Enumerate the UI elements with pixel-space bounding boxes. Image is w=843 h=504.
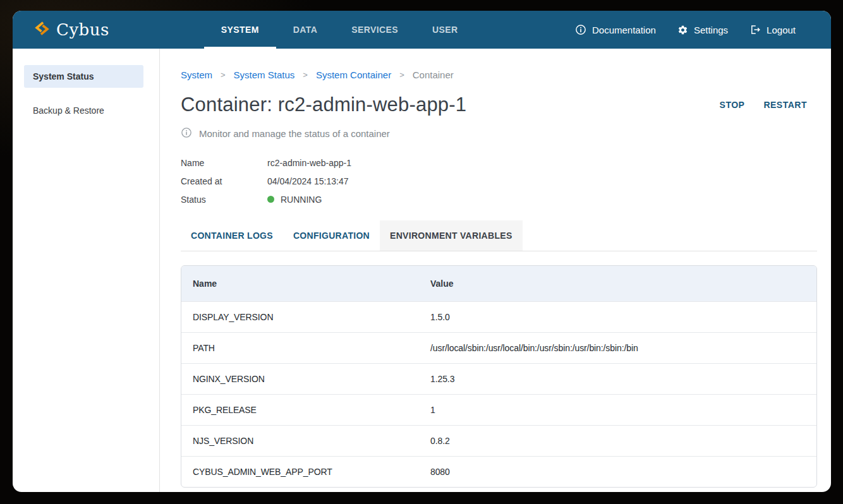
- env-value-cell: /usr/local/sbin:/usr/local/bin:/usr/sbin…: [419, 332, 816, 363]
- documentation-button[interactable]: Documentation: [575, 24, 656, 35]
- table-header-row: Name Value: [181, 266, 816, 301]
- page-subtitle: Monitor and manage the status of a conta…: [199, 128, 390, 139]
- info-circle-icon: [575, 24, 586, 35]
- main-nav: SYSTEM DATA SERVICES USER: [204, 11, 475, 49]
- column-header-value: Value: [419, 266, 816, 301]
- breadcrumb: System > System Status > System Containe…: [181, 69, 817, 80]
- table-row: NJS_VERSION 0.8.2: [181, 425, 816, 456]
- logout-button[interactable]: Logout: [749, 24, 796, 35]
- sidebar: System Status Backup & Restore: [13, 49, 160, 492]
- env-value-cell: 1: [419, 394, 816, 425]
- restart-button[interactable]: RESTART: [758, 96, 812, 114]
- breadcrumb-link-system[interactable]: System: [181, 69, 212, 80]
- breadcrumb-link-system-container[interactable]: System Container: [316, 69, 391, 80]
- env-name-cell: PATH: [181, 332, 419, 363]
- table-row: NGINX_VERSION 1.25.3: [181, 363, 816, 394]
- status-value: RUNNING: [267, 195, 322, 205]
- status-badge: RUNNING: [281, 195, 322, 205]
- gear-icon: [677, 25, 688, 35]
- chevron-right-icon: >: [399, 70, 404, 80]
- detail-value: rc2-admin-web-app-1: [267, 158, 351, 168]
- status-running-dot-icon: [267, 196, 274, 203]
- tabs-divider: [181, 251, 817, 251]
- sidebar-item-backup-restore[interactable]: Backup & Restore: [24, 99, 143, 122]
- nav-item-data[interactable]: DATA: [276, 11, 334, 49]
- container-actions: STOP RESTART: [715, 96, 817, 114]
- table-row: DISPLAY_VERSION 1.5.0: [181, 301, 816, 332]
- table-row: PKG_RELEASE 1: [181, 394, 816, 425]
- env-value-cell: 1.25.3: [419, 363, 816, 394]
- main-content: System > System Status > System Containe…: [160, 49, 831, 492]
- detail-row-status: Status RUNNING: [181, 190, 817, 208]
- settings-button[interactable]: Settings: [677, 25, 728, 35]
- detail-label: Created at: [181, 176, 267, 186]
- env-name-cell: PKG_RELEASE: [181, 394, 419, 425]
- info-circle-icon: [181, 127, 192, 140]
- page-title: Container: rc2-admin-web-app-1: [181, 93, 466, 116]
- cybus-logo[interactable]: Cybus: [13, 11, 131, 49]
- env-name-cell: DISPLAY_VERSION: [181, 301, 419, 332]
- chevron-right-icon: >: [221, 70, 226, 80]
- column-header-name: Name: [181, 266, 419, 301]
- container-details: Name rc2-admin-web-app-1 Created at 04/0…: [181, 153, 817, 208]
- env-name-cell: NGINX_VERSION: [181, 363, 419, 394]
- page-subtitle-row: Monitor and manage the status of a conta…: [181, 127, 817, 140]
- detail-label: Name: [181, 158, 267, 168]
- cybus-logo-icon: [34, 20, 50, 39]
- chevron-right-icon: >: [303, 70, 308, 80]
- app-window: Cybus SYSTEM DATA SERVICES USER Document…: [13, 11, 831, 492]
- documentation-label: Documentation: [592, 25, 656, 35]
- logout-icon: [749, 24, 761, 35]
- env-name-cell: CYBUS_ADMIN_WEB_APP_PORT: [181, 456, 419, 487]
- logout-label: Logout: [767, 25, 796, 35]
- detail-value: 04/04/2024 15:13:47: [267, 176, 348, 186]
- top-navbar: Cybus SYSTEM DATA SERVICES USER Document…: [13, 11, 831, 49]
- detail-label: Status: [181, 195, 267, 205]
- env-value-cell: 1.5.0: [419, 301, 816, 332]
- stop-button[interactable]: STOP: [715, 96, 750, 114]
- breadcrumb-current: Container: [413, 69, 454, 80]
- tab-configuration[interactable]: CONFIGURATION: [283, 220, 380, 251]
- table-row: PATH /usr/local/sbin:/usr/local/bin:/usr…: [181, 332, 816, 363]
- tab-container-logs[interactable]: CONTAINER LOGS: [181, 220, 283, 251]
- nav-item-user[interactable]: USER: [415, 11, 475, 49]
- settings-label: Settings: [694, 25, 728, 35]
- table-row: CYBUS_ADMIN_WEB_APP_PORT 8080: [181, 456, 816, 487]
- breadcrumb-link-system-status[interactable]: System Status: [234, 69, 295, 80]
- env-value-cell: 0.8.2: [419, 425, 816, 456]
- environment-variables-table: Name Value DISPLAY_VERSION 1.5.0 PATH /u…: [181, 265, 817, 488]
- nav-item-services[interactable]: SERVICES: [334, 11, 415, 49]
- detail-tabs: CONTAINER LOGS CONFIGURATION ENVIRONMENT…: [181, 220, 817, 251]
- env-name-cell: NJS_VERSION: [181, 425, 419, 456]
- nav-item-system[interactable]: SYSTEM: [204, 11, 276, 49]
- nav-actions: Documentation Settings L: [575, 11, 831, 49]
- detail-row-name: Name rc2-admin-web-app-1: [181, 153, 817, 172]
- sidebar-item-system-status[interactable]: System Status: [24, 65, 143, 88]
- detail-row-created-at: Created at 04/04/2024 15:13:47: [181, 172, 817, 190]
- env-value-cell: 8080: [419, 456, 816, 487]
- cybus-logo-text: Cybus: [56, 20, 109, 39]
- tab-environment-variables[interactable]: ENVIRONMENT VARIABLES: [380, 220, 523, 251]
